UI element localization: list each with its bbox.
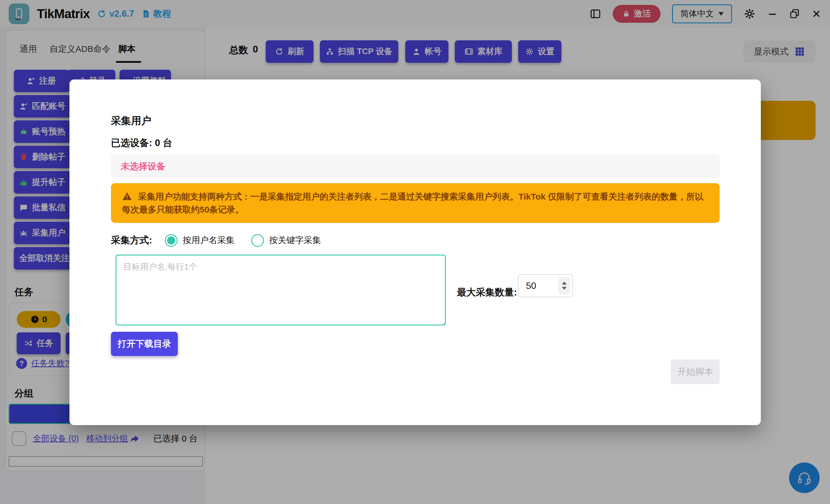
warning-banner: 采集用户功能支持两种方式：一是采集指定用户的关注者列表，二是通过关键字搜索采集用… <box>111 183 720 223</box>
tikmatrix-window: TikMatrix v2.6.7 教程 <box>0 0 830 504</box>
warning-triangle-icon <box>122 192 132 201</box>
open-download-dir-button[interactable]: 打开下载目录 <box>111 332 178 356</box>
radio-selected-icon <box>165 234 178 247</box>
start-script-button[interactable]: 开始脚本 <box>671 360 720 384</box>
radio-by-keyword-label: 按关键字采集 <box>269 234 321 246</box>
scrape-users-modal: 采集用户 已选设备: 0 台 未选择设备 采集用户功能支持两种方式：一是采集指定… <box>69 79 761 425</box>
device-panel: 未选择设备 <box>111 155 720 178</box>
selected-devices-label: 已选设备: 0 台 <box>111 136 172 149</box>
warning-text: 采集用户功能支持两种方式：一是采集指定用户的关注者列表，二是通过关键字搜索采集用… <box>122 192 703 214</box>
radio-unselected-icon <box>251 234 264 247</box>
stepper-arrows[interactable] <box>558 277 570 294</box>
collect-method-row: 采集方式: 按用户名采集 按关键字采集 <box>111 234 338 247</box>
stepper-down-icon[interactable] <box>562 287 567 290</box>
radio-by-keyword[interactable]: 按关键字采集 <box>251 234 321 247</box>
radio-by-username[interactable]: 按用户名采集 <box>165 234 234 247</box>
method-label: 采集方式: <box>111 234 152 247</box>
max-count-stepper <box>518 274 573 297</box>
radio-by-username-label: 按用户名采集 <box>183 234 234 246</box>
modal-title: 采集用户 <box>111 114 151 128</box>
max-count-label: 最大采集数量: <box>457 286 517 299</box>
no-device-text: 未选择设备 <box>121 160 165 172</box>
target-usernames-input[interactable] <box>116 255 446 326</box>
stepper-up-icon[interactable] <box>562 282 567 284</box>
